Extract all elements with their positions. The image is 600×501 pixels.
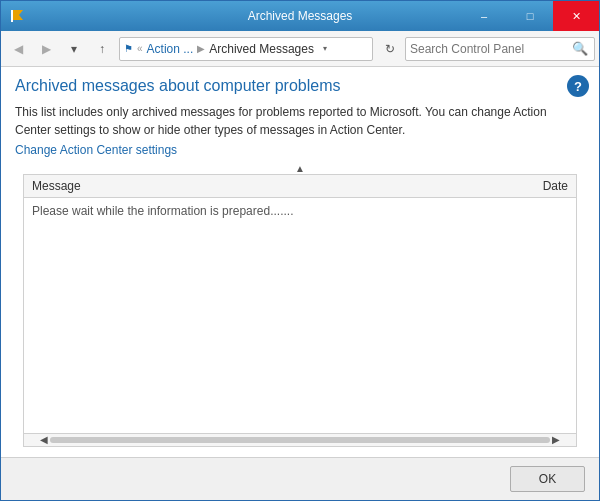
ok-button[interactable]: OK [510, 466, 585, 492]
title-bar-controls: – □ ✕ [461, 1, 599, 31]
search-box: 🔍 [405, 37, 595, 61]
title-bar: Archived Messages – □ ✕ [1, 1, 599, 31]
back-button[interactable]: ◀ [5, 36, 31, 62]
help-icon[interactable]: ? [567, 75, 589, 97]
svg-rect-0 [11, 10, 13, 22]
maximize-button[interactable]: □ [507, 1, 553, 31]
scrollbar-track[interactable] [50, 437, 550, 443]
dropdown-button[interactable]: ▾ [61, 36, 87, 62]
app-icon [9, 8, 25, 24]
search-icon: 🔍 [572, 41, 588, 56]
flag-icon: ⚑ [124, 43, 133, 54]
up-button[interactable]: ↑ [89, 36, 115, 62]
breadcrumb-bar: ⚑ « Action ... ▶ Archived Messages ▾ [119, 37, 373, 61]
window-title: Archived Messages [248, 9, 353, 23]
scroll-right-button[interactable]: ▶ [550, 434, 562, 445]
up-icon: ↑ [99, 42, 105, 56]
nav-bar: ◀ ▶ ▾ ↑ ⚑ « Action ... ▶ Archived Messag… [1, 31, 599, 67]
refresh-button[interactable]: ↻ [377, 36, 403, 62]
breadcrumb-sep1: « [137, 43, 143, 54]
close-button[interactable]: ✕ [553, 1, 599, 31]
refresh-icon: ↻ [385, 42, 395, 56]
scroll-left-button[interactable]: ◀ [38, 434, 50, 445]
horizontal-scrollbar[interactable]: ◀ ▶ [23, 434, 577, 447]
breadcrumb-current: Archived Messages [209, 42, 314, 56]
description-text: This list includes only archived message… [15, 103, 585, 139]
search-button[interactable]: 🔍 [570, 41, 590, 56]
breadcrumb-dropdown-button[interactable]: ▾ [318, 37, 332, 61]
col-message-header: Message [32, 179, 81, 193]
bottom-bar: OK [1, 457, 599, 500]
minimize-button[interactable]: – [461, 1, 507, 31]
table-body: Please wait while the information is pre… [24, 198, 576, 224]
main-content: ? Archived messages about computer probl… [1, 67, 599, 457]
page-heading: Archived messages about computer problem… [15, 77, 585, 95]
help-icon-label: ? [574, 79, 582, 94]
dropdown-icon: ▾ [71, 42, 77, 56]
breadcrumb-action[interactable]: Action ... [147, 42, 194, 56]
svg-marker-1 [13, 10, 23, 20]
change-settings-link[interactable]: Change Action Center settings [15, 143, 585, 157]
breadcrumb-arrow: ▶ [197, 43, 205, 54]
back-icon: ◀ [14, 42, 23, 56]
window-frame: Archived Messages – □ ✕ ◀ ▶ ▾ ↑ ⚑ « Acti… [0, 0, 600, 501]
forward-button[interactable]: ▶ [33, 36, 59, 62]
search-input[interactable] [410, 42, 570, 56]
table-header: Message Date [24, 175, 576, 198]
forward-icon: ▶ [42, 42, 51, 56]
col-date-header: Date [543, 179, 568, 193]
collapse-arrow: ▲ [15, 163, 585, 174]
loading-text: Please wait while the information is pre… [32, 204, 293, 218]
message-table: Message Date Please wait while the infor… [23, 174, 577, 434]
title-bar-left [9, 8, 25, 24]
collapse-icon: ▲ [295, 163, 305, 174]
